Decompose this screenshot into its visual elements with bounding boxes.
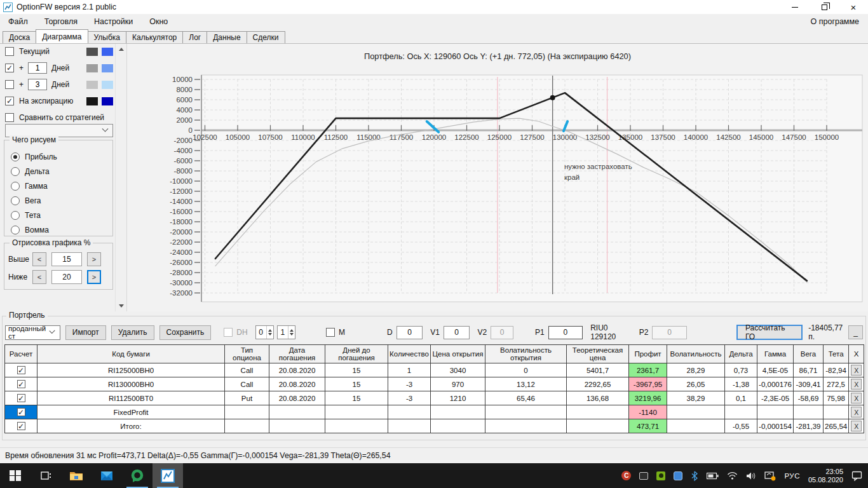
below-value[interactable]: 20 — [51, 270, 82, 284]
radio-label: Вега — [25, 196, 41, 205]
dh-checkbox[interactable] — [224, 328, 233, 337]
scroll-down-icon[interactable] — [116, 301, 126, 311]
p1-field[interactable]: 0 — [548, 326, 583, 339]
plus1-days-input[interactable] — [28, 62, 47, 74]
app-tray-icon[interactable] — [674, 471, 682, 480]
tab-сделки[interactable]: Сделки — [247, 31, 285, 43]
menu-item-торговля[interactable]: Торговля — [36, 17, 86, 26]
row-calc-checkbox[interactable] — [17, 394, 25, 402]
quik-button[interactable] — [122, 463, 153, 488]
column-header: Цена открытия — [431, 345, 485, 363]
radio-row-дельта[interactable]: Дельта — [11, 164, 112, 179]
compare-strategy-checkbox[interactable] — [5, 113, 14, 122]
menu-item-файл[interactable]: Файл — [0, 17, 36, 26]
p2-field[interactable]: 0 — [652, 326, 687, 339]
radio-row-вега[interactable]: Вега — [11, 193, 112, 208]
scroll-up-icon[interactable] — [116, 44, 126, 55]
p1-label: P1 — [535, 328, 545, 337]
portfolio-strategy-combobox[interactable]: проданный ст — [5, 325, 60, 340]
radio-label: Гамма — [25, 182, 48, 191]
chart-panel: Портфель: Ось X: 129060 Ось Y: (+1 дн. 7… — [127, 44, 868, 311]
current-checkbox[interactable] — [5, 47, 14, 56]
save-button[interactable]: Сохранить — [159, 325, 212, 340]
task-view-button[interactable] — [31, 463, 61, 488]
tab-диаграмма[interactable]: Диаграмма — [36, 29, 88, 43]
import-button[interactable]: Импорт — [65, 325, 106, 340]
radio-row-вомма[interactable]: Вомма — [11, 222, 112, 237]
tab-лог[interactable]: Лог — [182, 31, 207, 43]
row-calc-checkbox[interactable] — [17, 422, 25, 430]
portfolio-strategy-value: проданный ст — [8, 325, 50, 340]
below-decrease-button[interactable]: < — [32, 270, 46, 284]
remove-row-button[interactable]: X — [851, 365, 862, 376]
tablet-mode-icon[interactable] — [764, 471, 776, 481]
profit-chart[interactable]: 1000080006000400020000-2000-4000-6000-80… — [127, 44, 868, 311]
above-decrease-button[interactable]: < — [32, 252, 46, 266]
dh-spinner-1[interactable]: 0 — [255, 325, 274, 339]
remove-row-button[interactable]: X — [851, 421, 862, 431]
d-field[interactable]: 0 — [397, 326, 423, 339]
wifi-icon[interactable] — [727, 471, 738, 480]
remove-row-button[interactable]: X — [851, 393, 862, 403]
remove-row-button[interactable]: X — [851, 407, 862, 417]
notification-center-icon[interactable] — [851, 470, 863, 481]
restore-icon — [822, 4, 827, 10]
menu-item-настройки[interactable]: Настройки — [86, 17, 141, 26]
v2-field[interactable]: 0 — [491, 326, 513, 339]
volume-icon[interactable] — [746, 471, 756, 480]
start-button[interactable] — [0, 463, 31, 488]
language-indicator[interactable]: РУС — [784, 472, 800, 480]
tab-улыбка[interactable]: Улыбка — [88, 31, 127, 43]
render-range-group: Отрисовка графика % Выше < 15 > Ниже < 2… — [4, 243, 113, 290]
tab-bar: ДоскаДиаграммаУлыбкаКалькуляторЛогДанные… — [0, 29, 868, 44]
nvidia-tray-icon[interactable] — [656, 471, 665, 480]
plus1-checkbox[interactable] — [5, 64, 14, 72]
close-button[interactable]: × — [839, 0, 868, 14]
ccleaner-tray-icon[interactable]: C — [621, 471, 631, 480]
bluetooth-icon[interactable] — [691, 471, 698, 481]
radio-row-гамма[interactable]: Гамма — [11, 179, 112, 193]
tab-калькулятор[interactable]: Калькулятор — [126, 31, 183, 43]
profit-cell: -1140 — [629, 405, 667, 419]
portfolio-panel: Портфель проданный ст Импорт Удалить Сох… — [0, 311, 868, 447]
sidebar-scrollbar[interactable] — [115, 44, 126, 311]
v1-field[interactable]: 0 — [444, 326, 470, 339]
row-calc-checkbox[interactable] — [17, 380, 25, 388]
below-increase-button[interactable]: > — [87, 270, 101, 284]
svg-text:145000: 145000 — [749, 133, 773, 141]
row-calc-checkbox[interactable] — [17, 408, 25, 416]
optionfw-taskbar-button[interactable] — [153, 463, 183, 488]
plus3-days-input[interactable] — [28, 79, 47, 90]
touchpad-tray-icon[interactable] — [639, 472, 648, 480]
remove-row-button[interactable]: X — [851, 379, 862, 390]
chevron-down-icon — [102, 126, 109, 132]
expiry-checkbox[interactable] — [5, 97, 14, 105]
file-explorer-button[interactable] — [61, 463, 92, 488]
above-increase-button[interactable]: > — [87, 252, 101, 266]
row-calc-checkbox[interactable] — [17, 366, 25, 374]
above-value[interactable]: 15 — [51, 252, 82, 266]
plus3-line-row: + Дней — [5, 79, 113, 90]
column-header: Теоретическая цена — [567, 345, 629, 363]
m-checkbox[interactable] — [326, 328, 335, 337]
menu-about[interactable]: О программе — [811, 17, 859, 26]
calculate-go-button[interactable]: Рассчитать ГО — [736, 325, 803, 340]
mail-button[interactable] — [92, 463, 122, 488]
clock[interactable]: 23:05 05.08.2020 — [808, 468, 843, 484]
tab-данные[interactable]: Данные — [207, 31, 247, 43]
go-value: -18405,77 п. — [808, 323, 848, 341]
minimize-button[interactable] — [780, 0, 810, 14]
radio-row-прибыль[interactable]: Прибыль — [11, 149, 112, 164]
menu-item-окно[interactable]: Окно — [141, 17, 176, 26]
svg-text:130000: 130000 — [553, 133, 577, 141]
plus3-checkbox[interactable] — [5, 80, 14, 89]
delete-button[interactable]: Удалить — [111, 325, 154, 340]
battery-icon[interactable] — [707, 472, 719, 480]
restore-button[interactable] — [810, 0, 839, 14]
above-label: Выше — [8, 255, 32, 264]
collapse-panel-button[interactable]: _ — [848, 325, 863, 339]
dh-spinner-2[interactable]: 1 — [277, 325, 295, 339]
radio-row-тета[interactable]: Тета — [11, 208, 112, 222]
positions-table: РасчетКод бумагиТип опционаДата погашени… — [4, 344, 864, 433]
tab-доска[interactable]: Доска — [3, 31, 36, 43]
